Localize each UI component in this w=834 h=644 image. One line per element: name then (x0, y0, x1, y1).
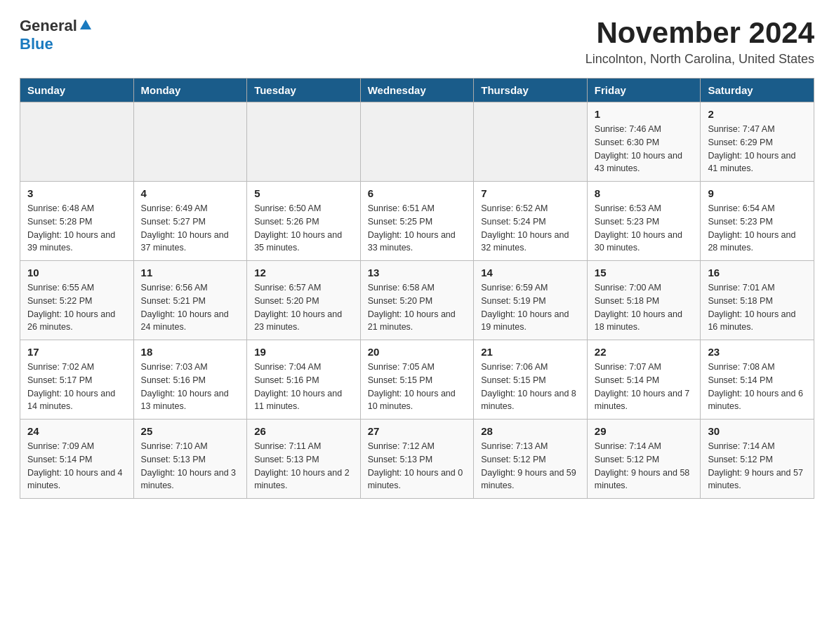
day-number: 12 (254, 267, 353, 279)
calendar-cell: 15Sunrise: 7:00 AM Sunset: 5:18 PM Dayli… (587, 261, 701, 340)
calendar-cell: 21Sunrise: 7:06 AM Sunset: 5:15 PM Dayli… (474, 340, 588, 420)
calendar-week-row: 24Sunrise: 7:09 AM Sunset: 5:14 PM Dayli… (20, 420, 814, 499)
day-detail: Sunrise: 7:02 AM Sunset: 5:17 PM Dayligh… (27, 361, 126, 413)
day-detail: Sunrise: 6:50 AM Sunset: 5:26 PM Dayligh… (254, 202, 353, 255)
calendar-cell: 11Sunrise: 6:56 AM Sunset: 5:21 PM Dayli… (133, 261, 247, 340)
day-detail: Sunrise: 7:08 AM Sunset: 5:14 PM Dayligh… (708, 361, 807, 413)
calendar-cell: 12Sunrise: 6:57 AM Sunset: 5:20 PM Dayli… (247, 261, 361, 340)
day-detail: Sunrise: 6:56 AM Sunset: 5:21 PM Dayligh… (141, 281, 240, 334)
calendar-cell: 4Sunrise: 6:49 AM Sunset: 5:27 PM Daylig… (133, 182, 247, 261)
calendar-cell: 30Sunrise: 7:14 AM Sunset: 5:12 PM Dayli… (701, 420, 814, 499)
day-number: 3 (27, 187, 126, 199)
svg-marker-0 (80, 20, 91, 29)
calendar-cell: 22Sunrise: 7:07 AM Sunset: 5:14 PM Dayli… (587, 340, 701, 420)
day-number: 19 (254, 346, 353, 358)
calendar-cell: 6Sunrise: 6:51 AM Sunset: 5:25 PM Daylig… (360, 182, 474, 261)
day-detail: Sunrise: 6:52 AM Sunset: 5:24 PM Dayligh… (481, 202, 580, 255)
calendar-cell: 19Sunrise: 7:04 AM Sunset: 5:16 PM Dayli… (247, 340, 361, 420)
calendar-header-thursday: Thursday (474, 79, 588, 102)
day-number: 27 (368, 425, 467, 437)
day-number: 23 (708, 346, 807, 358)
calendar-header-friday: Friday (587, 79, 701, 102)
calendar-cell: 2Sunrise: 7:47 AM Sunset: 6:29 PM Daylig… (701, 102, 814, 182)
day-detail: Sunrise: 7:14 AM Sunset: 5:12 PM Dayligh… (595, 440, 694, 492)
calendar-cell: 23Sunrise: 7:08 AM Sunset: 5:14 PM Dayli… (701, 340, 814, 420)
day-number: 10 (27, 267, 126, 279)
day-number: 29 (595, 425, 694, 437)
logo-triangle-icon (79, 18, 92, 34)
day-detail: Sunrise: 7:06 AM Sunset: 5:15 PM Dayligh… (481, 361, 580, 413)
day-detail: Sunrise: 7:10 AM Sunset: 5:13 PM Dayligh… (141, 440, 240, 492)
day-detail: Sunrise: 6:58 AM Sunset: 5:20 PM Dayligh… (368, 281, 467, 334)
calendar-cell: 26Sunrise: 7:11 AM Sunset: 5:13 PM Dayli… (247, 420, 361, 499)
logo: General Blue (20, 17, 92, 53)
day-number: 21 (481, 346, 580, 358)
calendar-cell: 10Sunrise: 6:55 AM Sunset: 5:22 PM Dayli… (20, 261, 134, 340)
calendar-cell: 14Sunrise: 6:59 AM Sunset: 5:19 PM Dayli… (474, 261, 588, 340)
calendar-week-row: 17Sunrise: 7:02 AM Sunset: 5:17 PM Dayli… (20, 340, 814, 420)
day-detail: Sunrise: 6:54 AM Sunset: 5:23 PM Dayligh… (708, 202, 807, 255)
calendar-cell (133, 102, 247, 182)
calendar-cell (247, 102, 361, 182)
day-detail: Sunrise: 7:09 AM Sunset: 5:14 PM Dayligh… (27, 440, 126, 492)
day-number: 7 (481, 187, 580, 199)
day-number: 8 (595, 187, 694, 199)
calendar-header-row: SundayMondayTuesdayWednesdayThursdayFrid… (20, 79, 814, 102)
day-number: 6 (368, 187, 467, 199)
calendar-cell: 5Sunrise: 6:50 AM Sunset: 5:26 PM Daylig… (247, 182, 361, 261)
calendar-cell: 9Sunrise: 6:54 AM Sunset: 5:23 PM Daylig… (701, 182, 814, 261)
day-number: 4 (141, 187, 240, 199)
calendar-cell: 3Sunrise: 6:48 AM Sunset: 5:28 PM Daylig… (20, 182, 134, 261)
calendar-cell: 7Sunrise: 6:52 AM Sunset: 5:24 PM Daylig… (474, 182, 588, 261)
day-detail: Sunrise: 7:01 AM Sunset: 5:18 PM Dayligh… (708, 281, 807, 334)
calendar-header-sunday: Sunday (20, 79, 134, 102)
day-number: 5 (254, 187, 353, 199)
day-detail: Sunrise: 7:13 AM Sunset: 5:12 PM Dayligh… (481, 440, 580, 492)
calendar-cell: 17Sunrise: 7:02 AM Sunset: 5:17 PM Dayli… (20, 340, 134, 420)
calendar-cell (474, 102, 588, 182)
day-number: 9 (708, 187, 807, 199)
day-number: 30 (708, 425, 807, 437)
calendar-header-saturday: Saturday (701, 79, 814, 102)
day-detail: Sunrise: 6:53 AM Sunset: 5:23 PM Dayligh… (595, 202, 694, 255)
calendar-cell: 29Sunrise: 7:14 AM Sunset: 5:12 PM Dayli… (587, 420, 701, 499)
month-title: November 2024 (585, 17, 814, 49)
day-number: 17 (27, 346, 126, 358)
logo-blue-text: Blue (20, 35, 53, 53)
day-detail: Sunrise: 7:11 AM Sunset: 5:13 PM Dayligh… (254, 440, 353, 492)
day-number: 18 (141, 346, 240, 358)
calendar-week-row: 10Sunrise: 6:55 AM Sunset: 5:22 PM Dayli… (20, 261, 814, 340)
day-detail: Sunrise: 6:49 AM Sunset: 5:27 PM Dayligh… (141, 202, 240, 255)
calendar-cell: 24Sunrise: 7:09 AM Sunset: 5:14 PM Dayli… (20, 420, 134, 499)
day-detail: Sunrise: 6:51 AM Sunset: 5:25 PM Dayligh… (368, 202, 467, 255)
calendar-cell (360, 102, 474, 182)
calendar-header-tuesday: Tuesday (247, 79, 361, 102)
calendar: SundayMondayTuesdayWednesdayThursdayFrid… (20, 78, 814, 499)
day-number: 26 (254, 425, 353, 437)
day-number: 22 (595, 346, 694, 358)
calendar-cell: 8Sunrise: 6:53 AM Sunset: 5:23 PM Daylig… (587, 182, 701, 261)
day-detail: Sunrise: 7:00 AM Sunset: 5:18 PM Dayligh… (595, 281, 694, 334)
calendar-cell: 18Sunrise: 7:03 AM Sunset: 5:16 PM Dayli… (133, 340, 247, 420)
calendar-cell: 28Sunrise: 7:13 AM Sunset: 5:12 PM Dayli… (474, 420, 588, 499)
calendar-cell (20, 102, 134, 182)
day-number: 15 (595, 267, 694, 279)
title-area: November 2024 Lincolnton, North Carolina… (585, 17, 814, 67)
day-number: 25 (141, 425, 240, 437)
header: General Blue November 2024 Lincolnton, N… (20, 17, 814, 67)
day-detail: Sunrise: 7:03 AM Sunset: 5:16 PM Dayligh… (141, 361, 240, 413)
day-number: 2 (708, 108, 807, 120)
calendar-cell: 20Sunrise: 7:05 AM Sunset: 5:15 PM Dayli… (360, 340, 474, 420)
calendar-cell: 16Sunrise: 7:01 AM Sunset: 5:18 PM Dayli… (701, 261, 814, 340)
day-detail: Sunrise: 7:07 AM Sunset: 5:14 PM Dayligh… (595, 361, 694, 413)
calendar-cell: 13Sunrise: 6:58 AM Sunset: 5:20 PM Dayli… (360, 261, 474, 340)
day-detail: Sunrise: 7:12 AM Sunset: 5:13 PM Dayligh… (368, 440, 467, 492)
day-detail: Sunrise: 6:55 AM Sunset: 5:22 PM Dayligh… (27, 281, 126, 334)
day-number: 13 (368, 267, 467, 279)
day-detail: Sunrise: 7:47 AM Sunset: 6:29 PM Dayligh… (708, 123, 807, 175)
day-detail: Sunrise: 6:48 AM Sunset: 5:28 PM Dayligh… (27, 202, 126, 255)
day-detail: Sunrise: 7:46 AM Sunset: 6:30 PM Dayligh… (595, 123, 694, 175)
day-number: 28 (481, 425, 580, 437)
day-detail: Sunrise: 6:57 AM Sunset: 5:20 PM Dayligh… (254, 281, 353, 334)
day-number: 11 (141, 267, 240, 279)
